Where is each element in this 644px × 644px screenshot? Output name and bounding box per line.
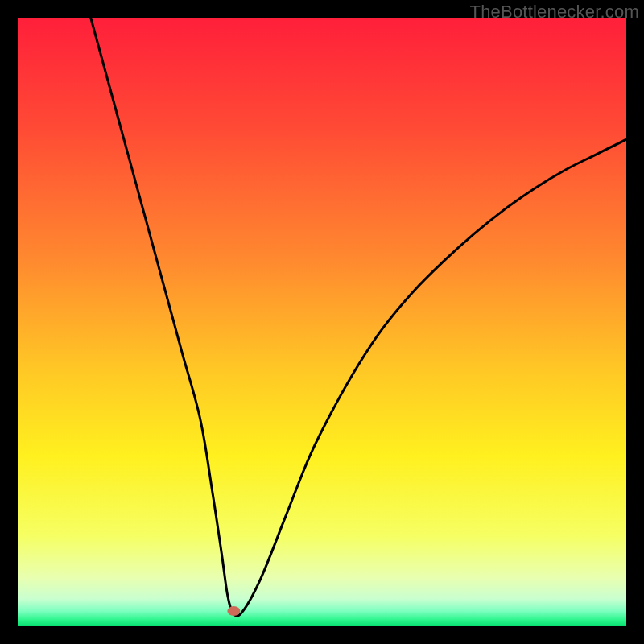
gradient-background xyxy=(18,18,626,626)
optimal-point-marker xyxy=(227,606,240,616)
gradient-chart xyxy=(18,18,626,626)
plot-area xyxy=(18,18,626,626)
chart-frame: TheBottlenecker.com xyxy=(0,0,644,644)
watermark-text: TheBottlenecker.com xyxy=(470,2,639,23)
